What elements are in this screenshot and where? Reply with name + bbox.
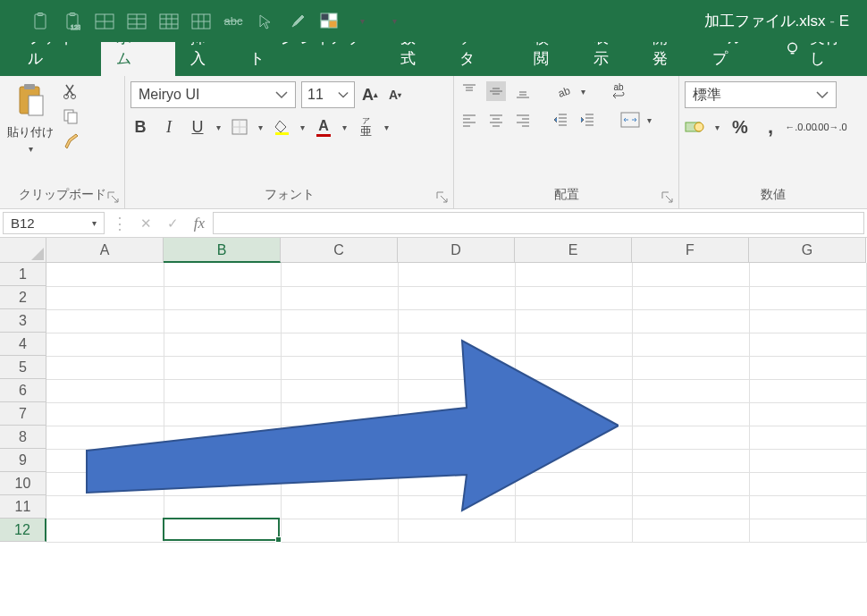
enter-formula-icon[interactable]: ✓: [159, 209, 186, 237]
cell[interactable]: [632, 426, 749, 449]
qat-cursor-icon[interactable]: [256, 13, 275, 30]
decrease-indent-icon[interactable]: [551, 110, 570, 130]
row-header[interactable]: 9: [0, 449, 46, 472]
cell[interactable]: [281, 263, 398, 286]
cell[interactable]: [749, 356, 866, 379]
cell[interactable]: [164, 309, 281, 333]
cell[interactable]: [46, 263, 164, 286]
formula-input[interactable]: [213, 212, 864, 234]
row-header[interactable]: 6: [0, 379, 46, 402]
font-name-select[interactable]: Meiryo UI: [130, 81, 296, 108]
orientation-icon[interactable]: ab: [554, 81, 574, 101]
font-size-select[interactable]: 11: [301, 81, 355, 108]
cell[interactable]: [749, 263, 866, 286]
cell[interactable]: [164, 286, 281, 309]
cell[interactable]: [632, 286, 749, 309]
italic-button[interactable]: I: [159, 117, 179, 137]
cell[interactable]: [749, 379, 866, 402]
cells-area[interactable]: [46, 263, 867, 616]
cell[interactable]: [398, 263, 515, 286]
align-center-icon[interactable]: [486, 110, 506, 130]
number-format-select[interactable]: 標準: [685, 81, 837, 108]
fx-icon[interactable]: fx: [186, 209, 213, 237]
borders-button[interactable]: [230, 117, 249, 137]
underline-button[interactable]: U: [188, 117, 207, 137]
decrease-font-icon[interactable]: A▾: [385, 85, 405, 105]
qat-color-icon[interactable]: [320, 13, 340, 30]
font-color-button[interactable]: A: [314, 117, 333, 137]
qat-dropdown-icon[interactable]: ▾: [352, 13, 372, 30]
cell[interactable]: [632, 449, 749, 472]
phonetic-button[interactable]: ア亜: [356, 117, 375, 137]
fill-color-button[interactable]: [272, 117, 291, 137]
qat-brush-icon[interactable]: [288, 13, 307, 30]
borders-dropdown[interactable]: ▾: [258, 122, 263, 132]
cell[interactable]: [749, 449, 866, 472]
row-header[interactable]: 12: [0, 519, 46, 542]
select-all-corner[interactable]: [0, 238, 46, 263]
cell[interactable]: [281, 286, 398, 309]
copy-icon[interactable]: [61, 106, 80, 126]
cell[interactable]: [515, 286, 632, 309]
cell[interactable]: [632, 472, 749, 495]
cell[interactable]: [515, 263, 632, 286]
align-right-icon[interactable]: [513, 110, 533, 130]
orientation-dropdown[interactable]: ▾: [581, 87, 585, 97]
accounting-format-icon[interactable]: [685, 117, 704, 137]
cell[interactable]: [46, 286, 164, 309]
row-header[interactable]: 5: [0, 356, 46, 379]
wrap-text-button[interactable]: ab: [609, 81, 628, 101]
cell[interactable]: [632, 263, 749, 286]
cell[interactable]: [632, 333, 749, 356]
bold-button[interactable]: B: [130, 117, 150, 137]
cell[interactable]: [398, 519, 515, 542]
cell[interactable]: [398, 309, 515, 333]
cell[interactable]: [632, 356, 749, 379]
font-color-dropdown[interactable]: ▾: [342, 122, 347, 132]
cell[interactable]: [632, 379, 749, 402]
merge-center-button[interactable]: [620, 110, 640, 130]
column-header[interactable]: A: [46, 238, 164, 263]
qat-paste-sub-icon[interactable]: 123: [63, 13, 82, 30]
qat-table2-icon[interactable]: [127, 13, 147, 30]
cell[interactable]: [46, 519, 164, 542]
cell[interactable]: [749, 309, 866, 333]
phonetic-dropdown[interactable]: ▾: [384, 122, 389, 132]
align-bottom-icon[interactable]: [513, 81, 533, 101]
percent-icon[interactable]: %: [730, 117, 750, 137]
increase-indent-icon[interactable]: [577, 110, 597, 130]
column-header[interactable]: B: [164, 238, 281, 263]
cell[interactable]: [46, 309, 164, 333]
name-box[interactable]: B12▾: [3, 212, 105, 234]
row-header[interactable]: 4: [0, 333, 46, 356]
cell[interactable]: [281, 309, 398, 333]
align-middle-icon[interactable]: [486, 81, 506, 101]
qat-more-icon[interactable]: ▾: [384, 13, 404, 30]
accounting-dropdown[interactable]: ▾: [715, 122, 720, 132]
cell[interactable]: [398, 286, 515, 309]
cell[interactable]: [164, 519, 281, 542]
cell[interactable]: [749, 472, 866, 495]
row-header[interactable]: 7: [0, 402, 46, 426]
align-left-icon[interactable]: [459, 110, 479, 130]
alignment-dialog-launcher-icon[interactable]: [661, 190, 675, 205]
column-header[interactable]: G: [749, 238, 866, 263]
spreadsheet-grid[interactable]: ABCDEFG 123456789101112: [0, 238, 867, 616]
row-header[interactable]: 3: [0, 309, 46, 333]
column-header[interactable]: C: [281, 238, 398, 263]
increase-font-icon[interactable]: A▴: [360, 85, 380, 105]
column-header[interactable]: E: [515, 238, 632, 263]
row-header[interactable]: 2: [0, 286, 46, 309]
cell[interactable]: [749, 495, 866, 519]
cell[interactable]: [632, 519, 749, 542]
cell[interactable]: [749, 519, 866, 542]
row-header[interactable]: 1: [0, 263, 46, 286]
qat-table3-icon[interactable]: [159, 13, 179, 30]
row-header[interactable]: 8: [0, 426, 46, 449]
column-header[interactable]: D: [398, 238, 515, 263]
cell[interactable]: [164, 263, 281, 286]
cancel-formula-icon[interactable]: ✕: [132, 209, 159, 237]
cut-icon[interactable]: [61, 81, 80, 101]
cell[interactable]: [632, 402, 749, 426]
cell[interactable]: [632, 309, 749, 333]
